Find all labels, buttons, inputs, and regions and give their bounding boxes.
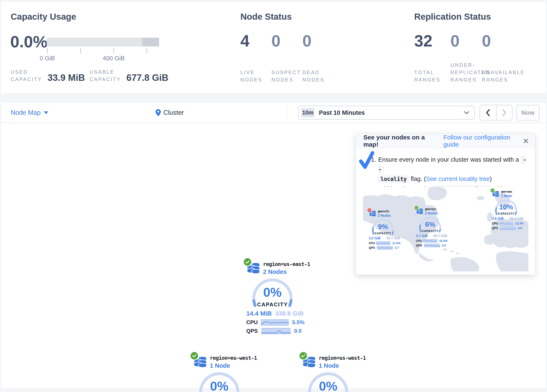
qps-value: 0.0 [518, 226, 522, 230]
suspect-nodes-label: SUSPECT NODES [271, 69, 299, 83]
axis-tick [114, 48, 114, 53]
cpu-label: CPU [246, 319, 261, 326]
capacity-usable-value: 338.9 GiB [275, 310, 304, 317]
capacity-gauge: 6% CAPACITY [418, 216, 442, 233]
cluster-overview-page: { "colors": { "accent_blue": "#3e7ce0", … [0, 0, 547, 392]
used-capacity-label: USED CAPACITY [11, 68, 48, 83]
chevron-left-icon [486, 109, 490, 116]
cpu-value: 12.3% [515, 222, 524, 225]
cpu-sparkline [261, 319, 289, 326]
locality-label: geo=ams [501, 190, 524, 194]
view-mode-label: Node Map [11, 109, 41, 117]
replication-status-title: Replication Status [414, 12, 491, 22]
dead-nodes-cell: 0 DEAD NODES [302, 33, 336, 83]
region-card-us-east-1[interactable]: region=us-east-1 2 Nodes 0% CAPACITY 14.… [243, 258, 305, 334]
breadcrumb-label: Cluster [163, 109, 184, 117]
time-window-label: Past 10 Minutes [319, 109, 365, 116]
qps-label: QPS [369, 246, 377, 250]
capacity-gauge-caption: CAPACITY [371, 232, 395, 235]
axis-tick [80, 48, 81, 53]
capacity-gauge-caption: CAPACITY [494, 212, 518, 215]
capacity-usable-value: 35.1 GiB [386, 236, 400, 241]
warning-count-badge: 1 [367, 208, 371, 212]
axis-tick-label: 0 GiB [40, 55, 55, 62]
axis-tick [47, 48, 48, 53]
chevron-down-icon [464, 111, 469, 114]
world-map: 1 geo=sfo 2 Nodes 9% CAPACITY 3.2 GiB 35… [363, 187, 528, 271]
time-window-select[interactable]: 10m Past 10 Minutes [298, 106, 475, 120]
unavailable-ranges-value: 0 [482, 33, 530, 49]
time-step-back-button[interactable] [480, 105, 496, 120]
cpu-label: CPU [369, 241, 376, 245]
capacity-used-value: 3.2 GiB [369, 236, 381, 241]
region-nodes-link[interactable]: 1 Node [210, 362, 251, 370]
map-node-card-nyc[interactable]: geo=nyc 2 Nodes 6% CAPACITY 3.7 GiB 65.7… [414, 206, 448, 247]
now-button[interactable]: Now [516, 105, 540, 120]
capacity-gauge-percent: 0% [307, 379, 350, 392]
map-node-card-ams[interactable]: geo=ams 1 Node 10% CAPACITY 3.6 GiB 34.4… [490, 188, 524, 230]
capacity-usage-bar [47, 38, 159, 47]
view-mode-dropdown[interactable]: Node Map [11, 103, 48, 123]
chevron-down-icon [44, 111, 48, 114]
nodes-link[interactable]: 2 Nodes [425, 211, 448, 215]
capacity-gauge-percent: 10% [494, 203, 518, 211]
cpu-label: CPU [416, 239, 423, 243]
health-ok-icon [414, 206, 419, 210]
region-card-us-west-1[interactable]: region=us-west-1 1 Node 0% CAPACITY 9.6 … [299, 352, 360, 392]
cpu-sparkline [499, 222, 513, 225]
capacity-gauge: 0% CAPACITY [251, 277, 294, 308]
region-locality-label: region=us-east-1 [263, 261, 305, 268]
dead-nodes-label: DEAD NODES [302, 69, 325, 83]
capacity-used-value: 14.4 MiB [246, 310, 272, 317]
qps-value: 4.7 [395, 246, 399, 250]
cpu-value: 11.0% [392, 241, 400, 245]
health-ok-icon [300, 352, 307, 359]
capacity-kv-stats: USED CAPACITY 33.9 MiB USABLE CAPACITY 6… [11, 68, 168, 83]
total-ranges-value: 32 [414, 33, 451, 49]
capacity-usable-value: 65.7 GiB [433, 234, 447, 238]
used-capacity-value: 33.9 MiB [48, 72, 85, 83]
total-ranges-label: TOTAL RANGES [414, 69, 439, 83]
configuration-guide-link[interactable]: Follow our configuration guide [443, 134, 523, 148]
view-toolbar: Node Map Cluster 10m Past 10 Minutes Now [1, 102, 546, 123]
popup-title: See your nodes on a map! [363, 134, 438, 148]
qps-sparkline [377, 246, 393, 249]
capacity-range: 14.4 MiB 338.9 GiB [246, 310, 304, 317]
nodes-link[interactable]: 2 Nodes [378, 213, 400, 218]
time-step-forward-button[interactable] [496, 105, 512, 120]
dead-nodes-value: 0 [302, 33, 336, 49]
health-ok-icon [491, 188, 495, 193]
qps-sparkline [500, 226, 516, 230]
qps-value: 0.0 [442, 244, 446, 247]
capacity-gauge: 0% CAPACITY [198, 371, 241, 392]
chevron-right-icon [502, 109, 506, 116]
cpu-metric-row: CPU 5.5% [246, 319, 305, 326]
inline-code: locality [378, 175, 409, 183]
region-nodes-link[interactable]: 2 Nodes [263, 268, 305, 276]
capacity-used-value: 3.6 GiB [492, 217, 504, 221]
region-locality-label: region=us-west-1 [319, 355, 360, 362]
nodes-link[interactable]: 1 Node [501, 194, 524, 198]
region-nodes-link[interactable]: 1 Node [319, 362, 360, 370]
time-step-buttons [479, 105, 513, 120]
cpu-sparkline [376, 241, 390, 245]
under-replicated-label: UNDER-REPLICATED RANGES [451, 61, 482, 83]
locality-tree-link[interactable]: See current locality tree [426, 175, 490, 182]
setup-step: 1.Ensure every node in your cluster was … [369, 155, 527, 184]
close-icon[interactable] [523, 138, 529, 144]
usable-capacity-value: 677.8 GiB [126, 72, 169, 83]
unavailable-ranges-cell: 0 UNAVAILABLE RANGES [482, 33, 530, 83]
node-map-setup-popup: See your nodes on a map! Follow our conf… [356, 133, 535, 275]
map-node-card-sfo[interactable]: 1 geo=sfo 2 Nodes 9% CAPACITY 3.2 GiB 35… [367, 208, 400, 250]
axis-tick [147, 48, 147, 53]
suspect-nodes-value: 0 [271, 33, 302, 49]
capacity-gauge: 9% CAPACITY [371, 218, 395, 235]
inline-code: -- [378, 156, 526, 173]
region-card-eu-west-1[interactable]: region=eu-west-1 1 Node 0% CAPACITY 9.9 … [190, 352, 251, 392]
breadcrumb[interactable]: Cluster [156, 103, 184, 123]
under-replicated-cell: 0 UNDER-REPLICATED RANGES [451, 33, 482, 83]
capacity-usage-title: Capacity Usage [11, 12, 76, 22]
qps-sparkline [424, 244, 440, 247]
capacity-bar-nonusable-segment [142, 38, 159, 47]
capacity-usable-value: 34.4 GiB [510, 217, 523, 221]
